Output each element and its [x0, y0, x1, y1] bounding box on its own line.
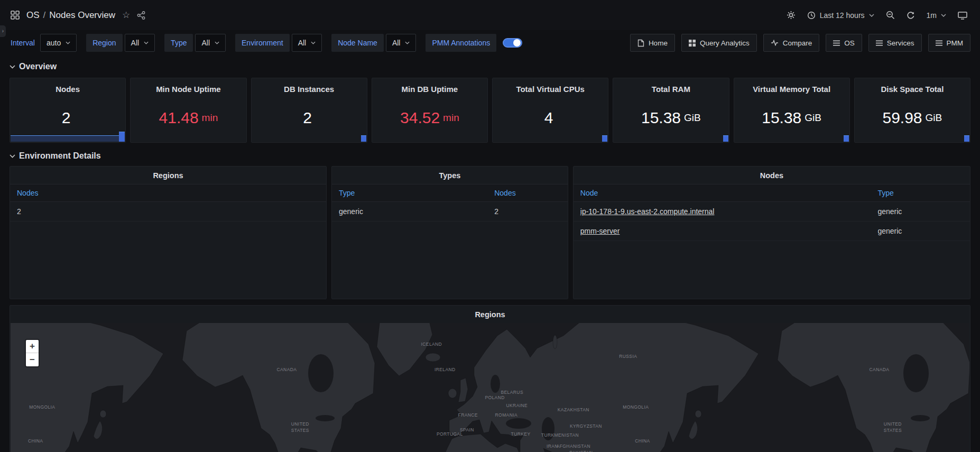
- world-map[interactable]: MONGOLIACHINACANADAUNITED STATESICELANDI…: [11, 323, 969, 452]
- stat-panel-virtual-memory-total: Virtual Memory Total 15.38GiB: [734, 78, 850, 143]
- panel-title[interactable]: Regions: [10, 167, 326, 184]
- compare-link-button[interactable]: Compare: [763, 34, 820, 52]
- refresh-interval-dropdown[interactable]: 1m: [927, 11, 946, 20]
- pmm-link-button[interactable]: PMM: [928, 34, 971, 52]
- stat-value: 15.38GiB: [762, 95, 821, 142]
- column-header[interactable]: Nodes: [487, 185, 568, 202]
- column-header[interactable]: Nodes: [10, 185, 326, 202]
- filter-type-select[interactable]: All: [195, 34, 226, 52]
- query-analytics-link-button[interactable]: Query Analytics: [681, 34, 757, 52]
- services-link-button[interactable]: Services: [868, 34, 922, 52]
- section-overview-toggle[interactable]: Overview: [0, 57, 980, 76]
- map-country-label: UKRAINE: [506, 403, 528, 410]
- regions-table-panel: Regions Nodes 2: [10, 166, 327, 299]
- refresh-button[interactable]: [907, 11, 915, 20]
- zoom-in-button[interactable]: +: [26, 340, 39, 353]
- map-country-label: PORTUGAL: [437, 431, 463, 438]
- map-country-label: AFGHANISTAN: [557, 444, 590, 450]
- panel-title[interactable]: Disk Space Total: [855, 85, 970, 95]
- panel-title[interactable]: DB Instances: [252, 85, 367, 95]
- panel-title[interactable]: Total Virtual CPUs: [493, 85, 608, 95]
- section-environment-toggle[interactable]: Environment Details: [0, 143, 980, 165]
- sidebar-expand-tab[interactable]: ›: [0, 25, 6, 37]
- column-header[interactable]: Type: [871, 185, 970, 202]
- panel-title[interactable]: Regions: [10, 306, 970, 323]
- star-icon[interactable]: ☆: [122, 11, 130, 20]
- panel-title[interactable]: Nodes: [10, 85, 125, 95]
- table-row: generic 2: [332, 202, 568, 222]
- stat-value: 15.38GiB: [641, 95, 701, 142]
- map-country-label: RUSSIA: [619, 354, 637, 360]
- panel-title[interactable]: Nodes: [574, 167, 970, 184]
- chevron-down-icon: [66, 41, 70, 44]
- dashboard-links: Home Query Analytics Compare OS Services…: [630, 34, 970, 52]
- home-link-button[interactable]: Home: [630, 34, 675, 52]
- stat-panel-min-db-uptime: Min DB Uptime 34.52min: [372, 78, 488, 143]
- services-link-label: Services: [887, 39, 914, 47]
- section-environment-title: Environment Details: [19, 150, 101, 162]
- share-icon[interactable]: [137, 11, 145, 20]
- home-link-label: Home: [649, 39, 668, 47]
- time-range-picker[interactable]: Last 12 hours: [807, 11, 874, 20]
- filter-interval-value: auto: [47, 39, 61, 47]
- filter-environment-value: All: [298, 39, 307, 47]
- stat-value: 41.48min: [159, 95, 218, 142]
- sparkline-step: [602, 135, 607, 142]
- panel-title[interactable]: Types: [332, 167, 568, 184]
- filter-node-name: Node Name All: [331, 34, 416, 52]
- sparkline-step: [844, 135, 849, 142]
- nodes-table: Node Type ip-10-178-1-9.us-east-2.comput…: [574, 184, 970, 241]
- panel-title[interactable]: Total RAM: [613, 85, 728, 95]
- map-country-label: FRANCE: [458, 412, 478, 419]
- sparkline: [11, 135, 119, 142]
- pmm-annotations-label: PMM Annotations: [426, 34, 496, 52]
- table-row: 2: [10, 202, 326, 222]
- breadcrumb-dashboard[interactable]: Nodes Overview: [49, 10, 115, 21]
- filter-interval: Interval auto: [11, 34, 77, 52]
- sparkline-step: [119, 132, 125, 142]
- dashboards-grid-icon: [11, 11, 20, 20]
- sparkline-step: [964, 135, 969, 142]
- stat-value: 4: [544, 95, 557, 142]
- pmm-annotations-toggle[interactable]: [503, 38, 522, 48]
- filter-node-name-label: Node Name: [331, 34, 384, 52]
- filter-region-value: All: [131, 39, 140, 47]
- panel-title[interactable]: Min Node Uptime: [131, 85, 246, 95]
- panel-title[interactable]: Min DB Uptime: [372, 85, 487, 95]
- zoom-out-icon[interactable]: [886, 11, 895, 20]
- table-cell: generic: [871, 222, 970, 241]
- filter-region-select[interactable]: All: [125, 34, 155, 52]
- zoom-out-button[interactable]: −: [26, 353, 39, 366]
- filter-region-label: Region: [86, 34, 122, 52]
- map-country-label: UNITED STATES: [291, 421, 309, 434]
- stat-value: 2: [303, 95, 315, 142]
- monitor-icon: [958, 11, 967, 20]
- filter-interval-select[interactable]: auto: [40, 34, 77, 52]
- filter-environment-select[interactable]: All: [292, 34, 322, 52]
- column-header[interactable]: Node: [574, 185, 871, 202]
- panel-title[interactable]: Virtual Memory Total: [734, 85, 849, 95]
- time-range-label: Last 12 hours: [820, 11, 865, 20]
- node-link[interactable]: ip-10-178-1-9.us-east-2.compute.internal: [580, 207, 715, 216]
- os-link-button[interactable]: OS: [826, 34, 862, 52]
- filter-node-name-value: All: [392, 39, 401, 47]
- column-header[interactable]: Type: [332, 185, 487, 202]
- environment-tables-row: Regions Nodes 2 Types Type Nodes generic: [0, 165, 980, 299]
- sparkline-step: [723, 135, 728, 142]
- map-country-label: CANADA: [870, 367, 890, 373]
- chevron-down-icon: [311, 41, 316, 44]
- filter-node-name-select[interactable]: All: [386, 34, 417, 52]
- stat-value: 34.52min: [400, 95, 459, 142]
- filter-environment-label: Environment: [235, 34, 290, 52]
- map-country-label: POLAND: [485, 395, 504, 401]
- dashboard-settings-button[interactable]: [787, 11, 796, 20]
- stat-panel-total-virtual-cpus: Total Virtual CPUs 4: [492, 78, 608, 143]
- node-link[interactable]: pmm-server: [580, 227, 620, 235]
- section-overview-title: Overview: [19, 61, 57, 72]
- variables-bar: Interval auto Region All Type All Enviro…: [0, 30, 980, 57]
- map-country-label: MONGOLIA: [29, 404, 55, 411]
- tv-mode-button[interactable]: [958, 11, 967, 20]
- breadcrumb-folder[interactable]: OS: [26, 10, 40, 21]
- stat-panel-min-node-uptime: Min Node Uptime 41.48min: [130, 78, 246, 143]
- compare-link-label: Compare: [783, 39, 812, 47]
